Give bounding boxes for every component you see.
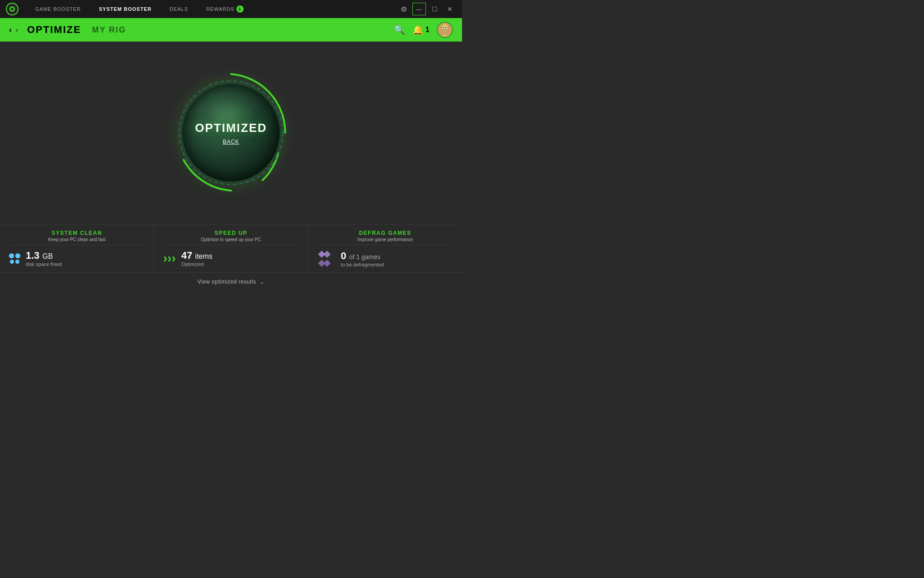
stat-card-defrag-header: DEFRAG GAMES Improve game performance	[317, 230, 453, 245]
main-content: OPTIMIZED BACK SYSTEM CLEAN Keep your PC…	[0, 42, 462, 289]
subheader: ‹ › OPTIMIZE MY RIG 🔍 🔔 1	[0, 18, 462, 42]
stat-card-system-clean-header: SYSTEM CLEAN Keep your PC clean and fast	[9, 230, 145, 245]
bottom-stats-section: SYSTEM CLEAN Keep your PC clean and fast	[0, 224, 462, 289]
stat-card-speed-up-header: SPEED UP Optimize to speed up your PC	[163, 230, 299, 245]
breadcrumb: OPTIMIZE MY RIG	[27, 24, 126, 36]
nav-items: GAME BOOSTER SYSTEM BOOSTER DEALS REWARD…	[26, 0, 397, 18]
dots-icon	[9, 253, 20, 264]
speed-up-title: SPEED UP	[163, 230, 299, 236]
minimize-button[interactable]: —	[412, 3, 426, 15]
speed-up-data: › › › 47 items Optimized	[163, 250, 299, 267]
top-navigation: GAME BOOSTER SYSTEM BOOSTER DEALS REWARD…	[0, 0, 462, 18]
speed-up-label: Optimized	[181, 261, 213, 267]
optimized-circle-container: OPTIMIZED BACK	[168, 70, 294, 196]
system-clean-data: 1.3 GB disk space freed	[9, 250, 145, 267]
stat-card-defrag: DEFRAG GAMES Improve game performance	[308, 224, 462, 272]
speed-arrows-icon: › › ›	[163, 252, 176, 265]
svg-marker-12	[323, 260, 331, 267]
notification-count: 1	[425, 26, 430, 34]
breadcrumb-optimize[interactable]: OPTIMIZE	[27, 24, 81, 36]
breadcrumb-myrig[interactable]: MY RIG	[92, 25, 126, 35]
nav-deals[interactable]: DEALS	[161, 0, 197, 18]
notifications-area[interactable]: 🔔 1	[412, 24, 430, 35]
app-logo	[5, 2, 19, 16]
bell-icon: 🔔	[412, 24, 424, 35]
svg-point-7	[445, 27, 447, 28]
back-link[interactable]: BACK	[223, 139, 240, 145]
chevron-3: ›	[171, 252, 176, 265]
stats-row: SYSTEM CLEAN Keep your PC clean and fast	[0, 224, 462, 272]
circle-area: OPTIMIZED BACK	[0, 42, 462, 224]
restore-button[interactable]: ☐	[428, 3, 441, 15]
dot	[10, 260, 14, 264]
svg-point-6	[443, 27, 444, 28]
chevron-2: ›	[167, 252, 171, 265]
nav-rewards[interactable]: REWARDS 1	[197, 0, 253, 18]
dots-row-1	[9, 253, 20, 258]
view-results-label: View optimized results	[198, 279, 256, 285]
optimized-circle[interactable]: OPTIMIZED BACK	[181, 83, 281, 182]
dot	[15, 253, 20, 258]
nav-system-booster[interactable]: SYSTEM BOOSTER	[90, 0, 161, 18]
defrag-data: 0 of 1 games to be defragmented	[317, 250, 453, 268]
dot	[15, 260, 19, 264]
system-clean-values: 1.3 GB disk space freed	[26, 250, 62, 267]
defrag-title: DEFRAG GAMES	[317, 230, 453, 236]
defrag-label: to be defragmented	[341, 262, 383, 267]
window-controls: ⚙ — ☐ ✕	[397, 3, 457, 15]
speed-up-values: 47 items Optimized	[181, 250, 213, 267]
forward-arrow-button[interactable]: ›	[15, 25, 18, 35]
dots-row-2	[10, 260, 19, 264]
back-arrow-button[interactable]: ‹	[9, 25, 12, 35]
stat-card-system-clean: SYSTEM CLEAN Keep your PC clean and fast	[0, 224, 154, 272]
optimized-label: OPTIMIZED	[195, 121, 267, 135]
chevron-1: ›	[163, 252, 167, 265]
dot	[9, 253, 14, 258]
close-button[interactable]: ✕	[443, 3, 457, 15]
user-avatar[interactable]	[437, 22, 453, 38]
system-clean-subtitle: Keep your PC clean and fast	[9, 237, 145, 242]
system-clean-value: 1.3 GB	[26, 250, 62, 261]
defrag-value: 0 of 1 games	[341, 250, 383, 262]
nav-game-booster[interactable]: GAME BOOSTER	[26, 0, 90, 18]
stat-card-speed-up: SPEED UP Optimize to speed up your PC › …	[154, 224, 309, 272]
subheader-right-icons: 🔍 🔔 1	[394, 22, 453, 38]
speed-up-subtitle: Optimize to speed up your PC	[163, 237, 299, 242]
view-results-row[interactable]: View optimized results ⌄	[0, 272, 462, 289]
defrag-subtitle: Improve game performance	[317, 237, 453, 242]
settings-icon[interactable]: ⚙	[397, 5, 411, 14]
svg-point-3	[11, 8, 14, 10]
system-clean-label: disk space freed	[26, 261, 62, 267]
system-clean-title: SYSTEM CLEAN	[9, 230, 145, 236]
speed-up-value: 47 items	[181, 250, 213, 261]
view-results-arrow-icon: ⌄	[260, 279, 264, 285]
search-icon[interactable]: 🔍	[394, 24, 405, 35]
svg-marker-10	[323, 251, 331, 258]
diamond-icon	[317, 250, 335, 268]
rewards-badge: 1	[236, 5, 244, 13]
nav-arrows: ‹ ›	[9, 25, 18, 35]
defrag-values: 0 of 1 games to be defragmented	[341, 250, 383, 267]
